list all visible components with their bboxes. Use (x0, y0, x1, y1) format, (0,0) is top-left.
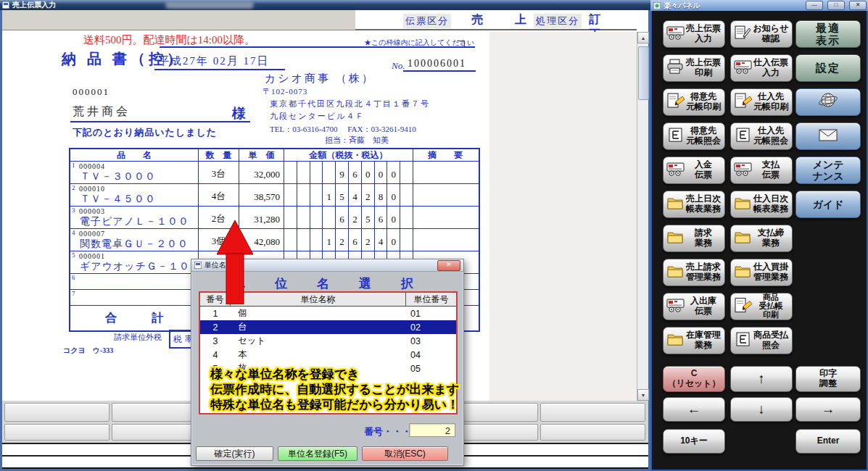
shipping-note[interactable]: 送料500円。配達時間は14:00以降。 (83, 33, 255, 47)
unit-list-row[interactable]: 1個01 (200, 307, 456, 320)
table-cell[interactable] (413, 162, 477, 183)
panel-icon (653, 0, 661, 12)
panel-button-optimal-display[interactable]: 最適 表示 (795, 20, 861, 48)
table-row[interactable]: 2000010ＴＶ－４５００4台38,570154280 (70, 184, 479, 207)
vertical-scrollbar[interactable]: ▲ ▼ (637, 32, 648, 401)
table-cell[interactable]: 3台 (199, 162, 239, 183)
panel-button-arrow-up[interactable]: ↑ (730, 366, 793, 392)
panel-button-maintenance[interactable]: メンテ ナンス (795, 157, 861, 184)
panel-button-label: ← (687, 401, 701, 417)
panel-button-sales-daily-reports[interactable]: 売上日次 帳表業務 (663, 191, 725, 218)
item-quantity[interactable]: 4台 (199, 184, 239, 206)
panel-button-mail[interactable] (795, 122, 861, 150)
panel-button-notice-check[interactable]: お知らせ 確認 (730, 20, 793, 48)
panel-button-goods-inquiry[interactable]: 商品受払 照会 (730, 327, 793, 354)
number-input[interactable]: 2 (409, 423, 455, 437)
panel-titlebar[interactable]: 楽々パネル — □ ✕ (650, 0, 868, 11)
register-unit-button[interactable]: 単位名登録(F5) (278, 446, 357, 461)
customer-code[interactable]: 000001 (73, 86, 109, 98)
panel-button-ten-key[interactable]: 10キー (663, 429, 725, 454)
unit-list-row[interactable]: 3セット03 (200, 334, 456, 348)
table-cell[interactable]: 4000007関数電卓ＧＵ－２００ (70, 229, 199, 251)
promo-text: 様々な単位名称を登録でき伝票作成時に、自動選択することが出来ます特殊な単位名も登… (210, 367, 459, 412)
panel-button-payment-slip[interactable]: 支払 伝票 (730, 157, 793, 184)
panel-button-deposit-slip[interactable]: 入金 伝票 (663, 157, 725, 184)
panel-button-label: 仕入先 元帳印刷 (753, 92, 788, 112)
function-key-slot[interactable] (540, 403, 645, 422)
panel-button-supplier-ledger-print[interactable]: 仕入先 元帳印刷 (730, 88, 793, 116)
minimize-icon[interactable]: — (806, 1, 823, 10)
panel-button-label: ↓ (758, 401, 765, 417)
table-row[interactable]: 1000004ＴＶ－３０００3台32,00096000 (70, 162, 479, 184)
scrollbar-thumb[interactable] (638, 46, 649, 100)
table-row[interactable]: 3000003電子ピアノＬ－１００2台31,28062560 (70, 207, 479, 229)
function-key-slot[interactable] (540, 424, 645, 441)
main-titlebar[interactable]: 売上伝票入力 (0, 0, 650, 10)
item-price[interactable]: 32,000 (239, 162, 284, 183)
item-quantity[interactable]: 3台 (199, 162, 239, 183)
panel-button-print-adjust[interactable]: 印字 調整 (795, 366, 861, 392)
close-icon[interactable]: ✕ (849, 1, 867, 10)
panel-button-inventory-mgmt[interactable]: 在庫管理 業務 (663, 327, 725, 354)
slip-class-value[interactable]: 売 上 (471, 12, 537, 28)
cancel-button[interactable]: 取消(ESC) (362, 446, 448, 461)
panel-button-settings[interactable]: 設定 (795, 54, 861, 82)
panel-button-arrow-down[interactable]: ↓ (730, 397, 793, 422)
panel-button-purchase-payable-mgmt[interactable]: 仕入買掛 管理業務 (730, 259, 793, 286)
panel-button-purchase-daily-reports[interactable]: 仕入日次 帳表業務 (730, 191, 793, 218)
slip-number[interactable]: 100006001 (408, 58, 466, 70)
table-cell[interactable]: 154280 (284, 184, 413, 206)
table-cell[interactable] (413, 207, 477, 228)
table-cell[interactable]: 2000010ＴＶ－４５００ (70, 184, 199, 206)
panel-button-label: 印字 調整 (819, 369, 837, 389)
table-cell[interactable]: 96000 (284, 162, 413, 183)
table-cell[interactable]: 6 (70, 274, 199, 289)
table-cell[interactable]: 1000004ＴＶ－３０００ (70, 162, 199, 183)
table-cell[interactable]: 32,000 (239, 162, 284, 183)
panel-button-enter[interactable]: Enter (795, 429, 861, 454)
panel-button-purchase-slip-input[interactable]: 仕入伝票 入力 (730, 54, 793, 82)
unit-list-row[interactable]: 4本04 (200, 348, 456, 362)
close-icon[interactable]: ✕ (437, 260, 460, 271)
table-cell[interactable]: 合 計 (70, 306, 199, 330)
scroll-down-button[interactable]: ▼ (637, 389, 649, 401)
scroll-up-button[interactable]: ▲ (637, 32, 649, 43)
table-cell[interactable] (413, 229, 477, 251)
table-row[interactable]: 4000007関数電卓ＧＵ－２００3個42,080126240 (70, 229, 479, 251)
panel-button-billing-work[interactable]: 請求 業務 (663, 225, 725, 252)
table-cell[interactable]: 38,570 (239, 184, 284, 206)
panel-button-customer-ledger-inquiry[interactable]: 得意先 元帳照会 (663, 122, 725, 150)
panel-button-c-reset[interactable]: C （リセット） (663, 366, 725, 392)
panel-button-arrow-right[interactable]: → (795, 397, 861, 422)
customer-name[interactable]: 荒井商会 (73, 104, 131, 120)
panel-button-supplier-ledger-inquiry[interactable]: 仕入先 元帳照会 (730, 122, 793, 150)
panel-button-goods-ledger-print[interactable]: 商品 受払帳 印刷 (730, 293, 793, 320)
panel-button-payment-closing-work[interactable]: 支払締 業務 (730, 225, 793, 252)
panel-button-sales-billing-mgmt[interactable]: 売上請求 管理業務 (663, 259, 725, 286)
slip-icon (666, 161, 685, 180)
table-cell[interactable]: 3000003電子ピアノＬ－１００ (70, 207, 199, 228)
function-key-slot[interactable] (4, 403, 109, 422)
table-cell[interactable]: 126240 (284, 229, 413, 251)
table-cell[interactable]: 7 (70, 290, 199, 305)
table-cell[interactable]: 5000001ギアウオッチＧ－１０ (70, 251, 199, 273)
amount-digit: 0 (361, 162, 374, 183)
panel-button-label: Enter (817, 436, 840, 446)
table-cell[interactable]: 62560 (284, 207, 413, 228)
item-price[interactable]: 38,570 (239, 184, 284, 206)
table-cell[interactable]: 4台 (199, 184, 239, 206)
panel-button-arrow-left[interactable]: ← (663, 397, 725, 422)
unit-list-row[interactable]: 2台02 (200, 320, 456, 334)
amount-digit (284, 162, 297, 183)
document-date[interactable]: 平成27年 02月 17日 (158, 54, 270, 68)
function-key-slot[interactable] (4, 424, 109, 441)
panel-button-sales-slip-print[interactable]: 売上伝票 印刷 (663, 54, 725, 82)
panel-button-web[interactable] (795, 88, 861, 116)
panel-button-sales-slip-input[interactable]: 売上伝票 入力 (663, 20, 725, 48)
panel-button-customer-ledger-print[interactable]: 得意先 元帳印刷 (663, 88, 725, 116)
panel-button-guide[interactable]: ガイド (795, 191, 861, 218)
maximize-icon[interactable]: □ (827, 1, 845, 10)
panel-button-warehouse-slip[interactable]: 入出庫 伝票 (663, 293, 725, 320)
confirm-button[interactable]: 確定(実行) (196, 446, 273, 461)
table-cell[interactable] (413, 184, 477, 206)
